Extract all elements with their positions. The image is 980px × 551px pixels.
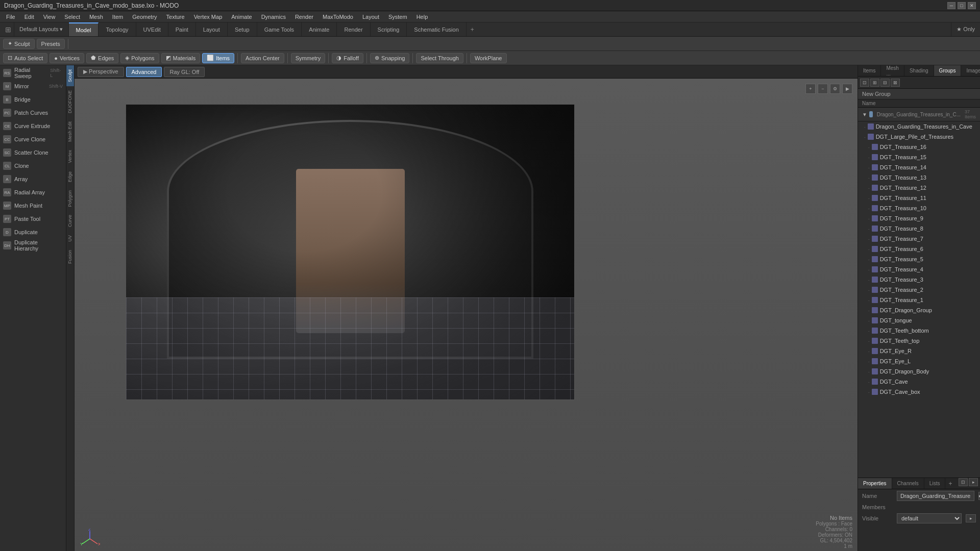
visible-expand-icon[interactable]: ▸	[966, 514, 976, 522]
scene-item-1[interactable]: -DGT_Large_Pile_of_Treasures	[858, 132, 980, 142]
scene-item-10[interactable]: -DGT_Treasure_8	[858, 223, 980, 234]
tool-radial-sweep[interactable]: RSRadial SweepShift-L	[0, 66, 66, 80]
menu-maxtomodo[interactable]: MaxToModo	[318, 13, 357, 21]
menu-texture[interactable]: Texture	[162, 13, 189, 21]
zoom-in-icon[interactable]: +	[805, 84, 816, 94]
menu-mesh[interactable]: Mesh	[85, 13, 107, 21]
tab-topology[interactable]: Topology	[99, 22, 136, 36]
item-vis-icon[interactable]	[872, 246, 878, 252]
minimize-button[interactable]: ─	[947, 2, 955, 9]
right-tab-mesh----[interactable]: Mesh ...	[881, 65, 904, 76]
menu-system[interactable]: System	[384, 13, 411, 21]
tab-paint[interactable]: Paint	[168, 22, 196, 36]
raygl-button[interactable]: Ray GL: Off	[164, 67, 205, 77]
settings-icon[interactable]: ⚙	[830, 84, 840, 94]
advanced-button[interactable]: Advanced	[126, 67, 162, 77]
tool-curve-clone[interactable]: CCCurve Clone	[0, 133, 66, 146]
scene-item-22[interactable]: -DGT_Eye_R	[858, 346, 980, 356]
side-tab-fusion[interactable]: Fusion	[66, 246, 74, 268]
item-vis-icon[interactable]	[872, 215, 878, 221]
tab-model[interactable]: Model	[69, 22, 99, 36]
item-vis-icon[interactable]	[872, 348, 878, 354]
tool-mesh-paint[interactable]: MPMesh Paint	[0, 199, 66, 212]
materials-button[interactable]: ◩ Materials	[161, 53, 201, 63]
props-icon2[interactable]: ▸	[969, 478, 978, 486]
close-button[interactable]: ✕	[968, 2, 976, 9]
menu-help[interactable]: Help	[412, 13, 432, 21]
tab-render[interactable]: Render	[337, 22, 370, 36]
tool-radial-array[interactable]: RARadial Array	[0, 186, 66, 199]
item-vis-icon[interactable]	[872, 256, 878, 262]
scene-item-5[interactable]: -DGT_Treasure_13	[858, 172, 980, 183]
item-vis-icon[interactable]	[872, 185, 878, 191]
item-vis-icon[interactable]	[872, 317, 878, 323]
scene-item-18[interactable]: -DGT_Dragon_Group	[858, 305, 980, 315]
right-tab-groups[interactable]: Groups	[934, 65, 962, 76]
item-vis-icon[interactable]	[872, 297, 878, 303]
item-vis-icon[interactable]	[872, 277, 878, 283]
menu-edit[interactable]: Edit	[20, 13, 38, 21]
right-tb-icon3[interactable]: ⊟	[880, 79, 890, 87]
scene-item-2[interactable]: -DGT_Treasure_16	[858, 142, 980, 152]
item-vis-icon[interactable]	[872, 379, 878, 385]
scene-item-26[interactable]: -DGT_Cave_box	[858, 387, 980, 397]
scene-item-23[interactable]: -DGT_Eye_L	[858, 356, 980, 366]
scene-item-16[interactable]: -DGT_Treasure_2	[858, 285, 980, 295]
new-group-bar[interactable]: New Group	[858, 89, 980, 99]
tab-schematic-fusion[interactable]: Schematic Fusion	[407, 22, 466, 36]
group-collapse-icon[interactable]: ▼	[862, 112, 867, 117]
scene-item-20[interactable]: -DGT_Teeth_bottom	[858, 325, 980, 336]
menu-file[interactable]: File	[2, 13, 19, 21]
perspective-button[interactable]: ▶ Perspective	[78, 67, 124, 77]
side-tab-polygon[interactable]: Polygon	[66, 186, 74, 211]
menu-layout[interactable]: Layout	[358, 13, 383, 21]
tool-curve-extrude[interactable]: CECurve Extrude	[0, 119, 66, 133]
item-vis-icon[interactable]	[872, 144, 878, 150]
right-tab-items[interactable]: Items	[858, 65, 881, 76]
scene-item-24[interactable]: -DGT_Dragon_Body	[858, 366, 980, 377]
tab-scripting[interactable]: Scripting	[371, 22, 407, 36]
scene-item-12[interactable]: -DGT_Treasure_6	[858, 244, 980, 254]
tab-layouts[interactable]: Default Layouts ▾	[14, 22, 69, 36]
props-tab-lists[interactable]: Lists	[924, 478, 946, 489]
add-props-tab-button[interactable]: +	[945, 478, 955, 489]
item-vis-icon[interactable]	[872, 328, 878, 334]
item-vis-icon[interactable]	[872, 174, 878, 181]
items-button[interactable]: ⬜ Items	[202, 53, 234, 63]
menu-animate[interactable]: Animate	[227, 13, 256, 21]
tool-mirror[interactable]: MMirrorShift-V	[0, 80, 66, 93]
item-vis-icon[interactable]	[872, 195, 878, 201]
scene-item-25[interactable]: -DGT_Cave	[858, 377, 980, 387]
snapping-button[interactable]: ⊕ Snapping	[370, 53, 410, 63]
right-tab-shading[interactable]: Shading	[904, 65, 934, 76]
scene-item-0[interactable]: -Dragon_Guarding_Treasures_in_Cave	[858, 121, 980, 132]
props-tab-properties[interactable]: Properties	[858, 478, 892, 489]
vertices-button[interactable]: ● Vertices	[50, 53, 84, 63]
scene-item-9[interactable]: -DGT_Treasure_9	[858, 213, 980, 223]
tool-duplicate-hierarchy[interactable]: DHDuplicate Hierarchy	[0, 239, 66, 252]
right-tb-icon1[interactable]: ⊡	[860, 79, 869, 87]
right-tab-images[interactable]: Images	[961, 65, 980, 76]
item-vis-icon[interactable]	[872, 287, 878, 293]
scene-item-7[interactable]: -DGT_Treasure_11	[858, 193, 980, 203]
scene-item-19[interactable]: -DGT_tongue	[858, 315, 980, 325]
scene-item-8[interactable]: -DGT_Treasure_10	[858, 203, 980, 213]
scene-item-11[interactable]: -DGT_Treasure_7	[858, 234, 980, 244]
scene-item-3[interactable]: -DGT_Treasure_15	[858, 152, 980, 162]
item-vis-icon[interactable]	[872, 266, 878, 272]
scene-item-17[interactable]: -DGT_Treasure_1	[858, 295, 980, 305]
menu-geometry[interactable]: Geometry	[128, 13, 161, 21]
right-tb-icon2[interactable]: ⊞	[870, 79, 879, 87]
tab-uvedit[interactable]: UVEdit	[136, 22, 168, 36]
maximize-button[interactable]: □	[958, 2, 966, 9]
scene-item-6[interactable]: -DGT_Treasure_12	[858, 183, 980, 193]
viewport-canvas[interactable]: + − ⚙ ▶ No Items Polygons : Face Channel…	[75, 79, 857, 551]
tab-game-tools[interactable]: Game Tools	[257, 22, 302, 36]
props-tab-channels[interactable]: Channels	[892, 478, 924, 489]
tool-clone[interactable]: CLClone	[0, 159, 66, 172]
scene-item-4[interactable]: -DGT_Treasure_14	[858, 162, 980, 172]
item-vis-icon[interactable]	[868, 123, 874, 130]
tool-duplicate[interactable]: DDuplicate	[0, 226, 66, 239]
tab-animate[interactable]: Animate	[302, 22, 337, 36]
side-tab-edge[interactable]: Edge	[66, 167, 74, 186]
